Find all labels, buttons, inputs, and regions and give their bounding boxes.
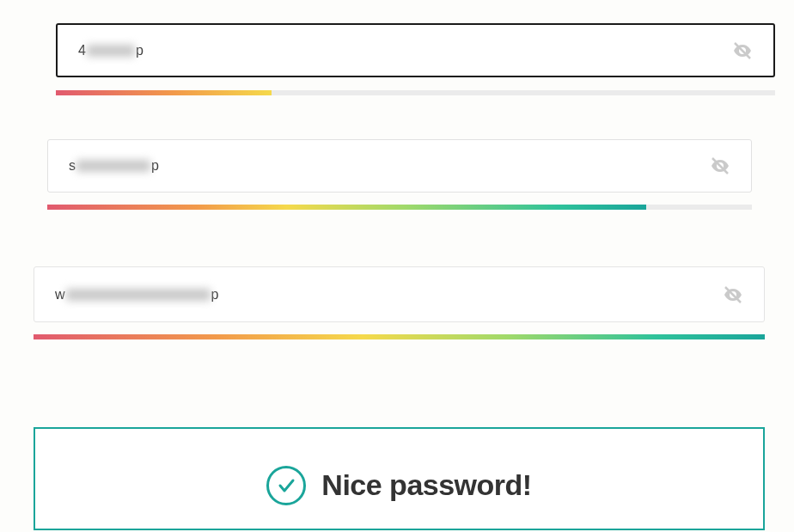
password-input-3[interactable]: wp xyxy=(34,266,765,322)
success-text: Nice password! xyxy=(321,468,531,502)
strength-bar-2 xyxy=(47,205,752,210)
success-message-box: Nice password! xyxy=(34,427,765,530)
toggle-visibility-1[interactable] xyxy=(732,40,753,61)
eye-slash-icon xyxy=(710,156,730,176)
password-value-3: wp xyxy=(55,287,218,303)
strength-bar-3 xyxy=(34,334,765,339)
check-icon xyxy=(276,475,296,496)
toggle-visibility-2[interactable] xyxy=(710,156,730,176)
password-input-1[interactable]: 4p xyxy=(56,23,775,77)
obscured-chars xyxy=(66,289,211,301)
password-field-3: wp xyxy=(34,266,765,322)
password-field-1: 4p xyxy=(56,23,775,77)
password-input-2[interactable]: sp xyxy=(47,139,752,193)
toggle-visibility-3[interactable] xyxy=(723,284,743,305)
strength-fill-2 xyxy=(47,205,646,210)
password-value-2: sp xyxy=(69,158,159,174)
password-field-2: sp xyxy=(47,139,752,193)
strength-fill-1 xyxy=(56,90,272,95)
eye-slash-icon xyxy=(732,40,753,61)
obscured-chars xyxy=(87,45,135,57)
password-value-1: 4p xyxy=(78,43,144,58)
check-circle-icon xyxy=(266,466,306,505)
eye-slash-icon xyxy=(723,284,743,305)
strength-fill-3 xyxy=(34,334,765,339)
obscured-chars xyxy=(76,160,150,172)
strength-bar-1 xyxy=(56,90,775,95)
